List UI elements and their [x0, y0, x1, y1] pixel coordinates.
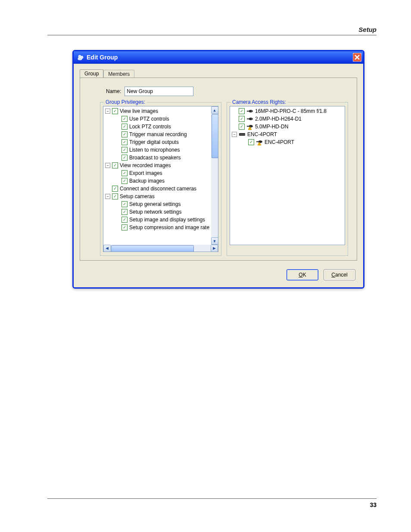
camera-icon — [246, 108, 253, 115]
node-label: 2.0MP-HD-H264-D1 — [255, 115, 302, 123]
tree-node[interactable]: −✓View recorded images — [105, 162, 211, 169]
checkbox-icon[interactable]: ✓ — [121, 139, 128, 145]
svg-rect-20 — [256, 141, 258, 142]
node-label: Setup general settings — [129, 200, 181, 208]
edit-group-dialog: Edit Group Group Members Name: Group Pri… — [72, 50, 364, 289]
svg-point-8 — [251, 118, 253, 120]
tab-group[interactable]: Group — [80, 69, 103, 78]
svg-point-16 — [241, 134, 242, 135]
checkbox-icon[interactable]: ✓ — [121, 201, 128, 207]
checkbox-icon[interactable]: ✓ — [121, 224, 128, 230]
node-label: 16MP-HD-PRO-C - 85mm f/1.8 — [255, 107, 327, 115]
expander-icon[interactable]: − — [105, 194, 110, 199]
camera-warn-icon: ! — [246, 123, 253, 130]
checkbox-icon[interactable]: ✓ — [121, 178, 128, 184]
node-label: Setup image and display settings — [129, 216, 205, 224]
node-label: Setup network settings — [129, 208, 181, 216]
scroll-thumb[interactable] — [111, 245, 194, 252]
expander-icon[interactable]: − — [105, 109, 110, 114]
page-footer: 33 — [47, 498, 377, 508]
camera-tree[interactable]: ✓16MP-HD-PRO-C - 85mm f/1.8✓2.0MP-HD-H26… — [232, 107, 338, 238]
node-label: View live images — [120, 107, 158, 115]
group-privileges-legend: Group Privileges: — [104, 99, 147, 105]
node-label: Setup cameras — [120, 193, 155, 200]
tab-members[interactable]: Members — [103, 70, 134, 78]
tree-node[interactable]: −ENC-4PORT — [232, 131, 338, 138]
checkbox-icon[interactable]: ✓ — [239, 124, 245, 130]
tab-panel: Name: Group Privileges: −✓View live imag… — [80, 78, 357, 261]
checkbox-icon[interactable]: ✓ — [239, 116, 245, 122]
checkbox-icon[interactable]: ✓ — [112, 193, 118, 199]
horizontal-scrollbar[interactable]: ◀ ▶ — [103, 245, 218, 252]
svg-rect-9 — [247, 118, 249, 119]
tree-node[interactable]: ✓Setup image and display settings — [105, 216, 211, 224]
checkbox-icon[interactable]: ✓ — [248, 139, 254, 145]
node-label: ENC-4PORT — [265, 138, 294, 146]
group-privileges-fieldset: Group Privileges: −✓View live images✓Use… — [100, 102, 221, 256]
privileges-tree[interactable]: −✓View live images✓Use PTZ controls✓Lock… — [105, 107, 211, 245]
close-icon[interactable] — [353, 53, 361, 62]
node-label: Trigger manual recording — [129, 131, 187, 138]
ok-button[interactable]: OK — [286, 269, 318, 280]
encoder-icon — [239, 131, 246, 138]
tree-node[interactable]: ✓Setup network settings — [105, 208, 211, 216]
node-label: Broadcast to speakers — [129, 154, 181, 162]
tree-node[interactable]: ✓Lock PTZ controls — [105, 123, 211, 131]
node-label: ENC-4PORT — [247, 131, 277, 138]
checkbox-icon[interactable]: ✓ — [121, 209, 128, 215]
node-label: Connect and disconnect cameras — [120, 185, 196, 193]
tree-node[interactable]: −✓View live images — [105, 107, 211, 115]
tree-node[interactable]: ✓!ENC-4PORT — [232, 138, 338, 146]
checkbox-icon[interactable]: ✓ — [121, 116, 128, 122]
node-label: Listen to microphones — [129, 146, 180, 154]
svg-point-15 — [240, 134, 241, 135]
tree-node[interactable]: ✓Setup compression and image rate — [105, 224, 211, 231]
scroll-thumb[interactable] — [212, 114, 218, 158]
expander-icon[interactable]: − — [232, 132, 237, 137]
node-label: Use PTZ controls — [129, 115, 169, 123]
scroll-up-icon[interactable]: ▲ — [211, 106, 218, 114]
cancel-button[interactable]: Cancel — [324, 269, 355, 280]
tree-node[interactable]: ✓Trigger digital outputs — [105, 138, 211, 146]
checkbox-icon[interactable]: ✓ — [112, 108, 118, 114]
checkbox-icon[interactable]: ✓ — [112, 162, 118, 168]
tree-node[interactable]: ✓16MP-HD-PRO-C - 85mm f/1.8 — [232, 107, 338, 115]
checkbox-icon[interactable]: ✓ — [121, 124, 128, 130]
tree-node[interactable]: ✓Connect and disconnect cameras — [105, 185, 211, 193]
tree-node[interactable]: ✓Trigger manual recording — [105, 131, 211, 138]
checkbox-icon[interactable]: ✓ — [121, 170, 128, 176]
svg-rect-2 — [78, 58, 82, 60]
tree-node[interactable]: −✓Setup cameras — [105, 193, 211, 200]
checkbox-icon[interactable]: ✓ — [121, 131, 128, 137]
tree-node[interactable]: ✓Broadcast to speakers — [105, 154, 211, 162]
scroll-right-icon[interactable]: ▶ — [211, 245, 218, 252]
tree-node[interactable]: ✓!5.0MP-HD-DN — [232, 123, 338, 131]
svg-rect-11 — [247, 126, 249, 127]
section-title: Setup — [47, 26, 377, 35]
scroll-down-icon[interactable]: ▼ — [211, 237, 218, 245]
tree-node[interactable]: ✓Listen to microphones — [105, 146, 211, 154]
tree-node[interactable]: ✓Setup general settings — [105, 200, 211, 208]
camera-warn-icon: ! — [256, 139, 263, 146]
scroll-left-icon[interactable]: ◀ — [103, 245, 111, 252]
group-icon — [77, 54, 84, 61]
node-label: Export images — [129, 169, 162, 177]
checkbox-icon[interactable]: ✓ — [121, 147, 128, 153]
tree-node[interactable]: ✓Use PTZ controls — [105, 115, 211, 123]
title-bar[interactable]: Edit Group — [74, 51, 363, 64]
group-name-input[interactable] — [125, 87, 193, 96]
tree-node[interactable]: ✓Backup images — [105, 177, 211, 185]
svg-rect-6 — [247, 111, 249, 112]
expander-icon[interactable]: − — [105, 163, 110, 168]
node-label: View recorded images — [120, 162, 171, 169]
camera-access-fieldset: Camera Access Rights: ✓16MP-HD-PRO-C - 8… — [227, 102, 348, 256]
camera-icon — [246, 115, 253, 122]
checkbox-icon[interactable]: ✓ — [121, 155, 128, 161]
checkbox-icon[interactable]: ✓ — [239, 108, 245, 114]
tree-node[interactable]: ✓Export images — [105, 169, 211, 177]
vertical-scrollbar[interactable]: ▲ ▼ — [211, 106, 218, 245]
tree-node[interactable]: ✓2.0MP-HD-H264-D1 — [232, 115, 338, 123]
checkbox-icon[interactable]: ✓ — [112, 186, 118, 192]
node-label: Trigger digital outputs — [129, 138, 179, 146]
checkbox-icon[interactable]: ✓ — [121, 217, 128, 223]
